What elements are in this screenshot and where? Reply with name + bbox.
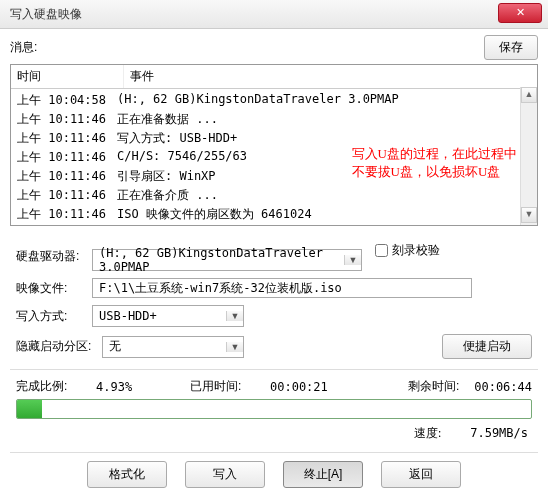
progress-bar: [16, 399, 532, 419]
hidden-label: 隐藏启动分区:: [16, 338, 102, 355]
image-label: 映像文件:: [16, 280, 92, 297]
chevron-down-icon[interactable]: ▼: [226, 311, 243, 321]
mode-combo[interactable]: USB-HDD+ ▼: [92, 305, 244, 327]
window-title: 写入硬盘映像: [10, 6, 82, 23]
remain-value: 00:06:44: [472, 380, 532, 394]
log-row: 上午 10:11:46正在准备介质 ...: [11, 186, 537, 205]
log-row: 上午 10:11:46ISO 映像文件的扇区数为 6461024: [11, 205, 537, 224]
progress-fill: [17, 400, 42, 418]
stop-button[interactable]: 终止[A]: [283, 461, 363, 488]
speed-value: 7.59MB/s: [470, 426, 528, 440]
message-label: 消息:: [10, 39, 484, 56]
titlebar: 写入硬盘映像 ✕: [0, 0, 548, 29]
chevron-down-icon[interactable]: ▼: [344, 255, 361, 265]
hidden-combo[interactable]: 无 ▼: [102, 336, 244, 358]
scrollbar[interactable]: ▲ ▼: [520, 87, 537, 225]
log-header-time: 时间: [11, 65, 124, 88]
image-input[interactable]: [92, 278, 472, 298]
log-body: 上午 10:04:58(H:, 62 GB)KingstonDataTravel…: [11, 89, 537, 226]
scroll-up-icon[interactable]: ▲: [521, 87, 537, 103]
drive-combo[interactable]: (H:, 62 GB)KingstonDataTraveler 3.0PMAP …: [92, 249, 362, 271]
log-panel: 时间 事件 上午 10:04:58(H:, 62 GB)KingstonData…: [10, 64, 538, 226]
write-button[interactable]: 写入: [185, 461, 265, 488]
log-row: 上午 10:11:46C/H/S: 7546/255/63: [11, 148, 537, 167]
log-row: 上午 10:04:58(H:, 62 GB)KingstonDataTravel…: [11, 91, 537, 110]
log-row: 上午 10:11:46引导扇区: WinXP: [11, 167, 537, 186]
remain-label: 剩余时间:: [408, 378, 468, 395]
elapsed-label: 已用时间:: [190, 378, 266, 395]
log-row: 上午 10:11:46开始写入 ...: [11, 224, 537, 226]
save-button[interactable]: 保存: [484, 35, 538, 60]
drive-label: 硬盘驱动器:: [16, 248, 92, 265]
close-button[interactable]: ✕: [498, 3, 542, 23]
log-row: 上午 10:11:46写入方式: USB-HDD+: [11, 129, 537, 148]
verify-checkbox[interactable]: 刻录校验: [375, 242, 440, 259]
back-button[interactable]: 返回: [381, 461, 461, 488]
chevron-down-icon[interactable]: ▼: [226, 342, 243, 352]
elapsed-value: 00:00:21: [270, 380, 360, 394]
log-row: 上午 10:11:46正在准备数据 ...: [11, 110, 537, 129]
format-button[interactable]: 格式化: [87, 461, 167, 488]
quickboot-button[interactable]: 便捷启动: [442, 334, 532, 359]
pct-value: 4.93%: [96, 380, 186, 394]
mode-label: 写入方式:: [16, 308, 92, 325]
scroll-down-icon[interactable]: ▼: [521, 207, 537, 223]
log-header-event: 事件: [124, 65, 537, 88]
speed-label: 速度:: [414, 426, 441, 440]
pct-label: 完成比例:: [16, 378, 92, 395]
